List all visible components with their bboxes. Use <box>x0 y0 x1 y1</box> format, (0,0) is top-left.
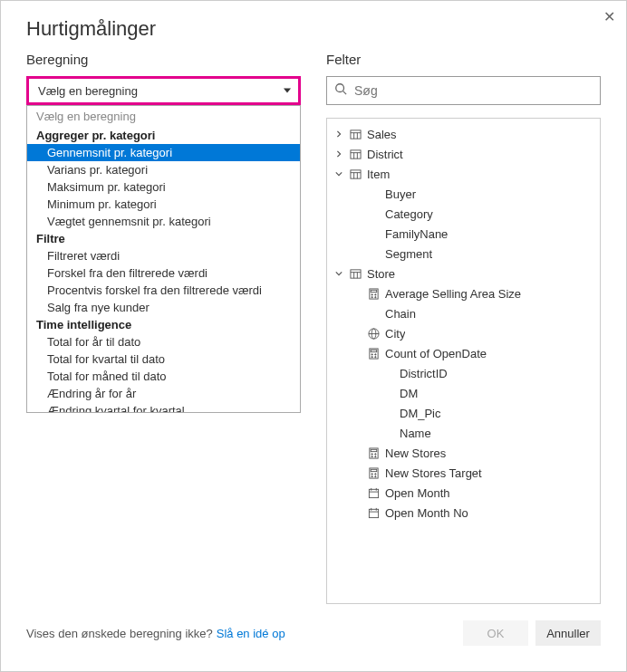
dropdown-item[interactable]: Total for kvartal til dato <box>27 350 300 368</box>
tree-node-label: Name <box>400 427 431 440</box>
tree-node-label: Store <box>367 267 395 281</box>
svg-rect-10 <box>350 169 360 178</box>
globe-icon <box>367 327 380 340</box>
tree-node-label: Count of OpenDate <box>385 347 487 360</box>
dropdown-item[interactable]: Total for år til dato <box>27 333 300 350</box>
dropdown-item[interactable]: Filtreret værdi <box>27 247 300 264</box>
fields-label: Felter <box>326 52 601 67</box>
svg-rect-34 <box>371 449 377 451</box>
dropdown-item[interactable]: Procentvis forskel fra den filtrerede væ… <box>27 282 300 299</box>
tree-node[interactable]: Count of OpenDate <box>327 343 600 363</box>
chevron-down-icon[interactable] <box>334 269 343 278</box>
calculation-dropdown[interactable]: Vælg en beregning Aggreger pr. kategoriG… <box>26 105 301 413</box>
tree-node[interactable]: Open Month No <box>327 503 600 523</box>
dropdown-item[interactable]: Forskel fra den filtrerede værdi <box>27 264 300 282</box>
tree-node[interactable]: City <box>327 323 600 343</box>
chevron-down-icon[interactable] <box>334 169 343 178</box>
dropdown-item[interactable]: Vægtet gennemsnit pr. kategori <box>27 213 300 230</box>
fields-search[interactable] <box>326 76 601 105</box>
fields-search-input[interactable] <box>354 83 593 98</box>
tree-node[interactable]: Average Selling Area Size <box>327 283 600 303</box>
dropdown-item[interactable]: Varians pr. kategori <box>27 161 300 178</box>
tree-node[interactable]: Store <box>327 264 600 283</box>
svg-point-29 <box>371 353 371 354</box>
date-icon <box>367 486 380 499</box>
svg-point-37 <box>371 456 371 456</box>
tree-node[interactable]: New Stores <box>327 443 600 463</box>
tree-node-label: Category <box>385 207 433 221</box>
tree-node[interactable]: Segment <box>327 244 600 264</box>
tree-node-label: FamilyNane <box>385 227 448 241</box>
tree-node[interactable]: DistrictID <box>327 363 600 383</box>
dropdown-item[interactable]: Gennemsnit pr. kategori <box>27 144 300 161</box>
fields-column: Felter SalesDistrictItemBuyerCategoryFam… <box>326 52 601 604</box>
close-button[interactable]: ✕ <box>603 8 615 25</box>
tree-node[interactable]: New Stores Target <box>327 463 600 483</box>
fields-tree[interactable]: SalesDistrictItemBuyerCategoryFamilyNane… <box>326 118 601 604</box>
tree-node[interactable]: Item <box>327 164 600 184</box>
dropdown-item[interactable]: Minimum pr. kategori <box>27 196 300 213</box>
svg-point-35 <box>371 453 371 454</box>
date-icon <box>367 506 380 519</box>
tree-node-label: New Stores <box>385 446 446 460</box>
dialog-footer: Vises den ønskede beregning ikke? Slå en… <box>1 604 626 671</box>
svg-point-0 <box>336 84 344 92</box>
tree-node[interactable]: DM_Pic <box>327 403 600 423</box>
tree-node[interactable]: DM <box>327 383 600 403</box>
svg-point-32 <box>374 356 375 357</box>
dropdown-item[interactable]: Ændring år for år <box>27 385 300 402</box>
tree-node-label: DM_Pic <box>400 407 441 420</box>
calculation-select-value: Vælg en beregning <box>38 84 138 98</box>
tree-node-label: DistrictID <box>400 367 448 380</box>
dropdown-item[interactable]: Salg fra nye kunder <box>27 299 300 316</box>
tree-node[interactable]: Open Month <box>327 483 600 503</box>
tree-node[interactable]: Category <box>327 204 600 224</box>
svg-point-36 <box>374 453 375 454</box>
tree-node-label: Sales <box>367 128 397 141</box>
chevron-right-icon[interactable] <box>334 149 343 158</box>
chevron-right-icon[interactable] <box>334 130 343 139</box>
tree-node-label: District <box>367 148 403 161</box>
dropdown-item[interactable]: Maksimum pr. kategori <box>27 178 300 196</box>
tree-node-label: Average Selling Area Size <box>385 287 521 301</box>
tree-node[interactable]: FamilyNane <box>327 224 600 244</box>
dropdown-placeholder: Vælg en beregning <box>27 106 300 127</box>
svg-rect-28 <box>371 350 377 351</box>
tree-node-label: Buyer <box>385 187 416 201</box>
svg-rect-49 <box>369 509 378 517</box>
dropdown-group: Aggreger pr. kategori <box>27 127 300 144</box>
calculation-select[interactable]: Vælg en beregning <box>26 76 301 105</box>
tree-node[interactable]: Sales <box>327 124 600 144</box>
quick-measures-dialog: ✕ Hurtigmålinger Beregning Vælg en bereg… <box>0 0 627 672</box>
tree-node-label: City <box>385 327 405 341</box>
table-icon <box>349 267 362 280</box>
svg-rect-14 <box>350 269 360 277</box>
footer-link[interactable]: Slå en idé op <box>217 627 285 640</box>
dropdown-item[interactable]: Total for måned til dato <box>27 368 300 385</box>
tree-node[interactable]: District <box>327 144 600 164</box>
calculation-label: Beregning <box>26 52 301 67</box>
ok-button[interactable]: OK <box>463 620 528 646</box>
svg-line-1 <box>343 91 347 95</box>
svg-point-23 <box>374 296 375 297</box>
cancel-button[interactable]: Annuller <box>535 620 601 646</box>
tree-node[interactable]: Chain <box>327 303 600 323</box>
caret-down-icon <box>284 89 291 93</box>
calc-icon <box>367 287 380 300</box>
tree-node[interactable]: Buyer <box>327 184 600 204</box>
svg-point-44 <box>374 475 375 476</box>
tree-node-label: Item <box>367 168 390 181</box>
calc-icon <box>367 466 380 479</box>
tree-node-label: Segment <box>385 247 432 261</box>
svg-point-41 <box>371 473 371 474</box>
tree-node[interactable]: Name <box>327 423 600 443</box>
tree-node-label: Open Month <box>385 486 450 500</box>
dropdown-item[interactable]: Ændring kvartal for kvartal <box>27 402 300 413</box>
svg-rect-40 <box>371 469 377 471</box>
svg-point-42 <box>374 473 375 474</box>
dialog-content: Beregning Vælg en beregning Vælg en bere… <box>1 44 626 604</box>
svg-point-22 <box>371 296 371 297</box>
svg-point-20 <box>371 293 371 294</box>
svg-rect-19 <box>371 290 377 292</box>
svg-point-38 <box>374 456 375 456</box>
